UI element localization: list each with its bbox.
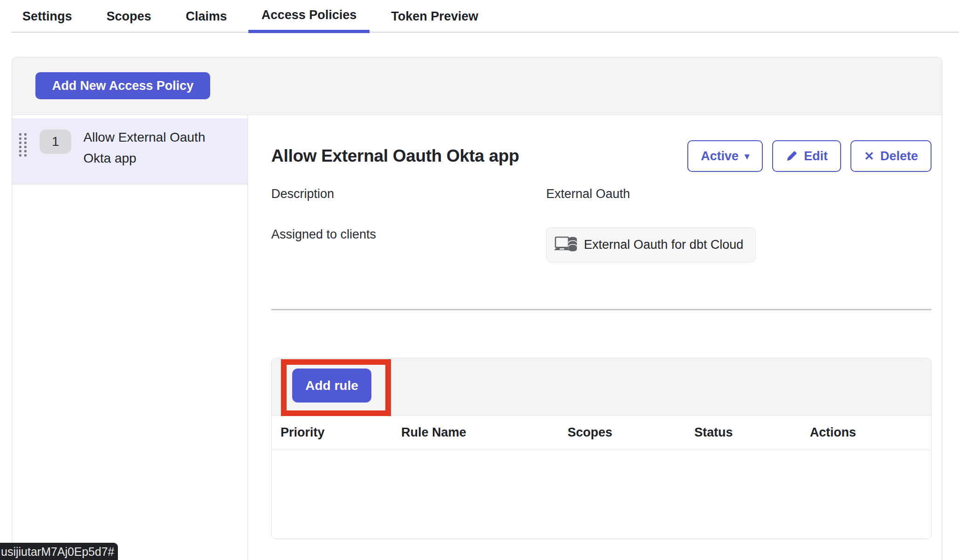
column-header-status: Status <box>694 425 810 440</box>
policy-title: Allow External Oauth Okta app <box>271 146 519 166</box>
okta-auth-server-page: Settings Scopes Claims Access Policies T… <box>0 0 959 560</box>
link-preview-status-bar: usijiutarM7Aj0Ep5d7# <box>0 543 118 560</box>
delete-policy-button[interactable]: ✕ Delete <box>850 140 932 172</box>
rules-card: Add rule Priority Rule Name Scopes Statu… <box>271 358 932 539</box>
status-dropdown-button[interactable]: Active ▾ <box>687 140 763 172</box>
drag-handle-icon[interactable] <box>19 133 27 157</box>
policy-item-label: Allow External Oauth Okta app <box>83 127 223 169</box>
panel-header: Add New Access Policy <box>12 57 942 115</box>
tab-claims[interactable]: Claims <box>173 0 240 33</box>
column-header-rule-name: Rule Name <box>401 425 568 440</box>
policy-list-item[interactable]: 1 Allow External Oauth Okta app <box>12 118 247 184</box>
client-app-icon <box>554 235 577 255</box>
description-label: Description <box>271 187 546 201</box>
status-dropdown-label: Active <box>701 149 739 164</box>
add-new-access-policy-button[interactable]: Add New Access Policy <box>35 72 210 99</box>
assigned-client-chip: External Oauth for dbt Cloud <box>546 227 756 262</box>
tab-settings[interactable]: Settings <box>9 0 85 33</box>
section-divider <box>271 309 932 310</box>
tabs: Settings Scopes Claims Access Policies T… <box>9 0 491 33</box>
panel-body: 1 Allow External Oauth Okta app Allow Ex… <box>12 115 942 560</box>
assigned-clients-label: Assigned to clients <box>271 227 546 242</box>
tab-scopes[interactable]: Scopes <box>94 0 164 33</box>
policy-heading-row: Allow External Oauth Okta app Active ▾ <box>271 140 932 172</box>
column-header-actions: Actions <box>810 425 931 440</box>
policy-priority-badge: 1 <box>40 130 71 154</box>
assigned-client-name: External Oauth for dbt Cloud <box>584 238 743 252</box>
tab-access-policies[interactable]: Access Policies <box>248 0 370 33</box>
pencil-icon <box>786 150 798 162</box>
rules-table-header: Priority Rule Name Scopes Status Actions <box>272 416 931 450</box>
add-rule-button[interactable]: Add rule <box>292 369 371 403</box>
policy-list-sidebar: 1 Allow External Oauth Okta app <box>12 115 248 560</box>
column-header-priority: Priority <box>281 425 401 440</box>
tab-token-preview[interactable]: Token Preview <box>378 0 491 33</box>
delete-button-label: Delete <box>880 149 918 164</box>
policy-detail-grid: Description External Oauth Assigned to c… <box>271 187 932 262</box>
column-header-scopes: Scopes <box>568 425 694 440</box>
close-icon: ✕ <box>864 150 874 162</box>
tab-bar: Settings Scopes Claims Access Policies T… <box>0 0 959 33</box>
policy-detail-pane: Allow External Oauth Okta app Active ▾ <box>248 115 942 560</box>
policy-actions: Active ▾ Edit ✕ <box>687 140 932 172</box>
rules-table-body <box>272 450 931 539</box>
access-policies-panel: Add New Access Policy <box>12 57 942 560</box>
edit-button-label: Edit <box>804 149 828 164</box>
description-value: External Oauth <box>546 187 932 201</box>
rules-card-header: Add rule <box>272 358 931 416</box>
edit-policy-button[interactable]: Edit <box>772 140 841 172</box>
chevron-down-icon: ▾ <box>745 151 749 161</box>
